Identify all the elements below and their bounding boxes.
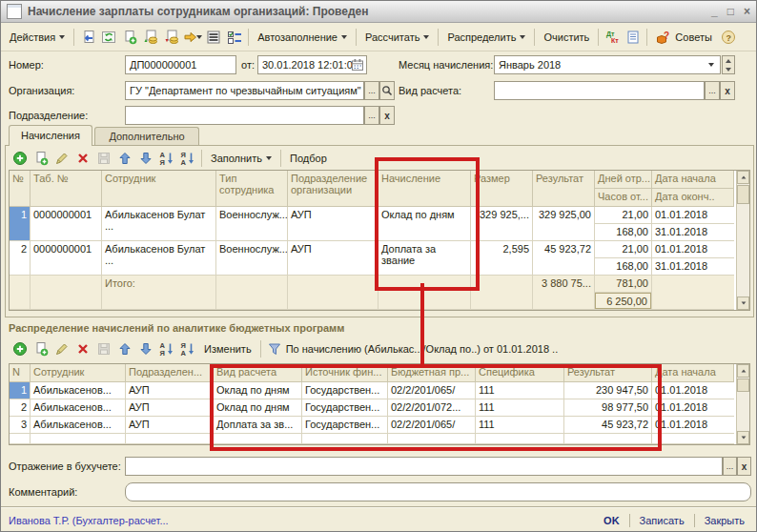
pick-button[interactable]: Подбор <box>285 150 332 167</box>
cell-tab-number: 0000000001 <box>31 207 102 241</box>
sort-asc-button[interactable]: АЯ <box>157 149 176 168</box>
ok-button[interactable]: OK <box>600 513 624 528</box>
organization-field[interactable]: ГУ "Департамент по чрезвычайным ситуация… <box>125 81 364 100</box>
accruals-total-row: Итого: 3 880 75... 781,00 6 250,00 <box>10 276 736 310</box>
close-form-button[interactable]: Закрыть <box>701 513 748 528</box>
distribute-menu-button[interactable]: Распределить <box>442 29 530 46</box>
cell-org-department: АУП <box>288 207 378 241</box>
save-disk-icon <box>96 151 112 166</box>
organization-select-button[interactable]: ... <box>364 81 379 100</box>
month-dropdown-icon[interactable] <box>708 63 714 67</box>
sort-asc-button[interactable]: АЯ <box>157 339 176 358</box>
accruals-row-1[interactable]: 1 0000000001 Абилькасенов Булат ... Воен… <box>10 207 736 241</box>
reflection-select-button[interactable]: ... <box>723 457 737 476</box>
accruals-scrollbar[interactable] <box>736 171 749 310</box>
maximize-button[interactable]: □ <box>727 5 734 18</box>
tips-button[interactable]: ?Советы <box>651 27 716 48</box>
cell-department: АУП <box>126 382 214 399</box>
post-with-movements-button[interactable] <box>141 28 160 47</box>
unpost-button[interactable] <box>162 28 181 47</box>
columns-settings-button[interactable] <box>225 28 244 47</box>
copy-row-button[interactable] <box>31 339 51 358</box>
distribution-empty-row <box>10 434 736 444</box>
header-hours: Часов от... <box>595 189 651 207</box>
scroll-track[interactable] <box>737 393 749 431</box>
copy-document-button[interactable] <box>120 28 139 47</box>
scroll-up-button[interactable] <box>737 364 749 378</box>
calculation-kind-field[interactable] <box>494 81 705 100</box>
distribution-row-3[interactable]: 3 Абилькасенов... АУП Доплата за зв... Г… <box>10 417 736 434</box>
empty-cell <box>31 434 126 444</box>
copy-row-button[interactable] <box>31 149 51 168</box>
actions-menu-button[interactable]: Действия <box>5 29 70 46</box>
calculation-kind-select-button[interactable]: ... <box>705 81 720 100</box>
add-row-button[interactable] <box>10 339 30 358</box>
title-bar[interactable]: Начисление зарплаты сотрудникам организа… <box>1 1 756 23</box>
distribution-scrollbar[interactable] <box>736 364 749 444</box>
row-num: 1 <box>10 382 31 399</box>
delete-row-button[interactable] <box>73 339 92 358</box>
tab-accruals[interactable]: Начисления <box>9 125 92 146</box>
distribution-row-1[interactable]: 1 Абилькасенов... АУП Оклад по дням Госу… <box>10 382 736 399</box>
distribution-row-2[interactable]: 2 Абилькасенов... АУП Оклад по дням Госу… <box>10 399 736 417</box>
move-up-button[interactable] <box>115 149 134 168</box>
scroll-thumb[interactable] <box>737 379 749 392</box>
change-button[interactable]: Изменить <box>199 340 256 358</box>
reread-button[interactable] <box>99 28 118 47</box>
scroll-thumb[interactable] <box>737 185 749 204</box>
comment-field[interactable] <box>125 482 751 501</box>
calculation-kind-clear-button[interactable]: x <box>720 81 735 100</box>
tab-additional[interactable]: Дополнительно <box>94 127 199 146</box>
calendar-button[interactable] <box>350 57 365 72</box>
post-document-button[interactable] <box>78 28 97 47</box>
autofill-menu-button[interactable]: Автозаполнение <box>253 29 352 46</box>
fill-menu-button[interactable]: Заполнить <box>206 150 276 167</box>
scroll-down-button[interactable] <box>737 431 749 444</box>
toolbar-separator <box>248 29 249 46</box>
sort-desc-button[interactable]: ЯА <box>178 149 197 168</box>
help-button[interactable]: ? <box>719 28 738 47</box>
header-date-start: Дата начала <box>652 171 733 189</box>
add-row-button[interactable] <box>10 149 30 168</box>
comment-label: Комментарий: <box>9 482 77 501</box>
accrual-month-select[interactable]: Январь 2018 <box>494 55 721 74</box>
number-field[interactable]: ДП000000001 <box>125 55 236 74</box>
move-down-button[interactable] <box>136 149 155 168</box>
minimize-button[interactable]: _ <box>711 5 718 18</box>
department-select-button[interactable]: ... <box>364 106 379 125</box>
go-to-menu-button[interactable] <box>183 28 202 47</box>
scroll-track[interactable] <box>737 205 749 297</box>
department-field[interactable] <box>125 106 364 125</box>
header-size: Размер <box>471 171 533 207</box>
save-button[interactable]: Записать <box>636 513 688 528</box>
accounting-reflection-field[interactable] <box>125 457 723 476</box>
filter-description: По начислению (Абилькас.../Оклад по..) о… <box>286 343 559 355</box>
clear-button[interactable]: Очистить <box>539 29 594 46</box>
edit-row-button[interactable] <box>52 149 72 168</box>
calculate-menu-button[interactable]: Рассчитать <box>360 29 434 46</box>
list-settings-button[interactable] <box>204 28 223 47</box>
empty-cell <box>476 434 564 444</box>
report-button[interactable] <box>624 28 643 47</box>
delete-row-button[interactable] <box>73 149 92 168</box>
edit-row-button[interactable] <box>52 339 72 358</box>
spinner-up-icon[interactable] <box>726 59 731 63</box>
department-clear-button[interactable]: x <box>379 106 395 125</box>
cell-calculation-kind: Доплата за зв... <box>214 417 302 434</box>
total-hours[interactable]: 6 250,00 <box>595 293 651 310</box>
organization-open-button[interactable] <box>379 81 395 100</box>
cell-calculation-kind: Оклад по дням <box>214 382 302 399</box>
move-down-button[interactable] <box>136 339 155 358</box>
scroll-down-button[interactable] <box>737 297 749 310</box>
dt-kt-icon: ДтКт <box>606 31 619 44</box>
reflection-clear-button[interactable]: x <box>737 457 751 476</box>
spinner-down-icon[interactable] <box>726 68 731 72</box>
filter-button[interactable] <box>265 339 284 358</box>
close-button[interactable]: × <box>744 5 750 18</box>
dt-kt-button[interactable]: ДтКт <box>603 28 622 47</box>
sort-desc-button[interactable]: ЯА <box>178 339 197 358</box>
month-spinner[interactable] <box>722 55 735 74</box>
scroll-up-button[interactable] <box>737 171 749 184</box>
accruals-row-2[interactable]: 2 0000000001 Абилькасенов Булат ... Воен… <box>10 241 736 276</box>
move-up-button[interactable] <box>115 339 134 358</box>
